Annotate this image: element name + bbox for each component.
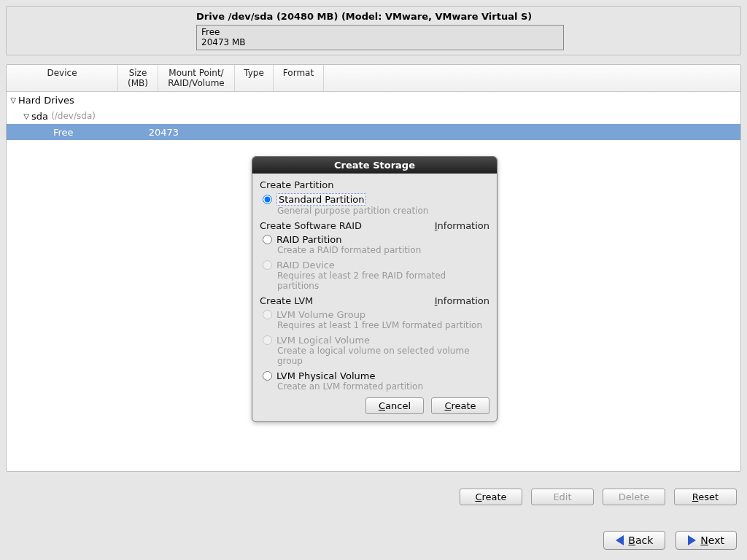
table-header: Device Size (MB) Mount Point/ RAID/Volum… [7,65,740,92]
option-raid-device-desc: Requires at least 2 free RAID formated p… [277,271,489,291]
tree-row-root[interactable]: ▽ Hard Drives [7,92,740,108]
col-device[interactable]: Device [7,65,118,91]
lvm-info-link[interactable]: Information [435,295,489,306]
create-button[interactable]: Create [460,489,522,505]
col-type[interactable]: Type [235,65,274,91]
dialog-title: Create Storage [252,157,497,174]
reset-button[interactable]: Reset [674,489,737,505]
create-storage-dialog: Create Storage Create Partition Standard… [252,156,498,422]
option-lvm-lv-desc: Create a logical volume on selected volu… [277,346,489,366]
option-lvm-vg: LVM Volume Group [263,309,489,320]
option-raid-partition[interactable]: RAID Partition [263,234,489,245]
option-standard-partition[interactable]: Standard Partition [263,193,489,206]
next-button[interactable]: Next [676,531,737,550]
radio-standard-partition[interactable] [263,195,272,204]
back-button[interactable]: Back [603,531,665,550]
disk-name: sda [31,111,48,122]
col-format[interactable]: Format [274,65,324,91]
option-lvm-lv: LVM Logical Volume [263,335,489,346]
action-bar: Create Edit Delete Reset [6,483,741,511]
edit-button: Edit [531,489,594,505]
drive-title: Drive /dev/sda (20480 MB) (Model: VMware… [196,11,736,22]
row-label: Hard Drives [18,95,74,106]
radio-lvm-pv[interactable] [263,371,272,381]
option-raid-partition-desc: Create a RAID formated partition [277,245,489,255]
arrow-left-icon [616,535,624,545]
drive-summary: Drive /dev/sda (20480 MB) (Model: VMware… [6,6,741,55]
free-size: 20473 MB [201,37,559,47]
radio-lvm-lv [263,335,272,345]
disclosure-triangle-icon[interactable]: ▽ [9,96,17,104]
option-standard-partition-desc: General purpose partition creation [277,206,489,216]
radio-raid-device [263,260,272,270]
dialog-create-button[interactable]: Create [431,397,489,414]
section-create-lvm: Create LVM Information [260,295,489,306]
disclosure-triangle-icon[interactable]: ▽ [23,112,30,120]
tree-row-free[interactable]: Free 20473 [7,124,740,140]
disk-path: (/dev/sda) [51,111,96,121]
free-cell-label: Free [9,127,155,138]
free-cell-size: 20473 [135,127,179,138]
delete-button: Delete [603,489,665,505]
option-raid-device: RAID Device [263,260,489,271]
free-label: Free [201,27,559,37]
arrow-right-icon [688,535,696,545]
dialog-cancel-button[interactable]: Cancel [365,397,424,414]
col-size[interactable]: Size (MB) [118,65,158,91]
col-mount[interactable]: Mount Point/ RAID/Volume [158,65,235,91]
radio-raid-partition[interactable] [263,235,272,244]
radio-lvm-vg [263,310,272,319]
tree-row-disk[interactable]: ▽ sda (/dev/sda) [7,108,740,124]
option-lvm-vg-desc: Requires at least 1 free LVM formated pa… [277,320,489,330]
raid-info-link[interactable]: Information [435,220,489,231]
section-create-raid: Create Software RAID Information [260,220,489,231]
option-lvm-pv-desc: Create an LVM formated partition [277,381,489,392]
section-create-partition: Create Partition [260,179,489,190]
nav-bar: Back Next [603,531,737,550]
option-lvm-pv[interactable]: LVM Physical Volume [263,370,489,381]
drive-free-box: Free 20473 MB [196,25,564,50]
